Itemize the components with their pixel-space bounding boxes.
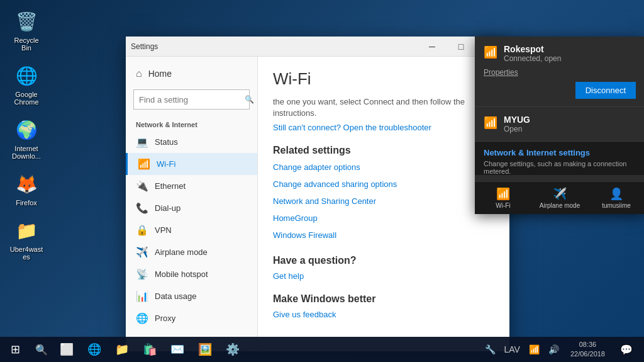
settings-window-title: Settings — [131, 42, 418, 51]
notification-button[interactable]: 💬 — [614, 337, 639, 362]
sharing-center-link[interactable]: Network and Sharing Center — [273, 196, 494, 206]
tray-language-icon[interactable]: LAV — [502, 343, 523, 356]
tray-clock[interactable]: 08:36 22/06/2018 — [565, 340, 610, 359]
homegroup-link[interactable]: HomeGroup — [273, 213, 494, 223]
page-title: Wi-Fi — [273, 69, 494, 89]
sidebar-item-hotspot[interactable]: 📡 Mobile hotspot — [126, 263, 257, 285]
photos-button[interactable]: 🖼️ — [191, 337, 219, 362]
settings-window: Settings ─ □ ✕ ⌂ Home 🔍 Network & Intern… — [126, 37, 509, 351]
recycle-bin-image: 🗑️ — [14, 9, 39, 34]
uber4wastes-icon-item[interactable]: 📁 Uber4wastes — [6, 215, 47, 263]
give-feedback-link[interactable]: Give us feedback — [273, 310, 494, 319]
tray-time: 08:36 — [579, 340, 597, 349]
mail-button[interactable]: ✉️ — [164, 337, 191, 362]
adapter-options-link[interactable]: Change adapter options — [273, 162, 494, 172]
wifi-nav-icon: 📶 — [138, 158, 150, 170]
chrome-icon-item[interactable]: 🌐 Google Chrome — [6, 60, 47, 108]
get-help-link[interactable]: Get help — [273, 271, 494, 281]
maximize-button[interactable]: □ — [447, 37, 475, 57]
recycle-bin-label: Recycle Bin — [9, 37, 44, 52]
tray-date: 22/06/2018 — [570, 349, 605, 359]
chrome-image: 🌐 — [14, 63, 39, 88]
sidebar-item-proxy[interactable]: 🌐 Proxy — [126, 307, 257, 329]
settings-main: Wi-Fi the one you want, select Connect a… — [258, 57, 509, 351]
edge-button[interactable]: 🌐 — [80, 337, 108, 362]
search-icon: 🔍 — [245, 95, 254, 104]
search-input[interactable] — [139, 95, 245, 105]
settings-sidebar: ⌂ Home 🔍 Network & Internet 💻 Status 📶 W… — [126, 57, 258, 351]
ethernet-icon: 🔌 — [136, 180, 148, 192]
tray-wifi-icon[interactable]: 📶 — [526, 343, 542, 356]
tray-tools-icon[interactable]: 🔧 — [482, 343, 498, 356]
desktop: 🗑️ Recycle Bin 🌐 Google Chrome 🌍 Interne… — [0, 0, 644, 362]
start-button[interactable]: ⊞ — [0, 337, 30, 362]
minimize-button[interactable]: ─ — [418, 37, 447, 57]
airplane-toggle-button[interactable]: ✈️ Airplane mode — [531, 182, 588, 214]
main-subtitle: the one you want, select Connect and the… — [273, 96, 494, 119]
search-box[interactable]: 🔍 — [133, 89, 250, 110]
wifi-footer-desc: Change settings, such as making a connec… — [484, 160, 636, 175]
wifi-footer: Network & Internet settings Change setti… — [475, 142, 644, 175]
task-view-button[interactable]: ⬜ — [53, 337, 80, 362]
wifi-action-bar: 📶 Wi-Fi ✈️ Airplane mode 👤 tumusiime — [475, 181, 644, 214]
make-windows-better-heading: Make Windows better — [273, 293, 494, 305]
advanced-sharing-link[interactable]: Change advanced sharing options — [273, 179, 494, 189]
firewall-link[interactable]: Windows Firewall — [273, 230, 494, 240]
store-button[interactable]: 🛍️ — [136, 337, 164, 362]
hotspot-label: Mobile hotspot — [155, 269, 208, 279]
settings-taskbar-button[interactable]: ⚙️ — [219, 337, 247, 362]
wifi-toggle-button[interactable]: 📶 Wi-Fi — [475, 182, 531, 214]
home-icon: ⌂ — [136, 68, 142, 79]
sidebar-item-ethernet[interactable]: 🔌 Ethernet — [126, 175, 257, 197]
myug-name: MYUG — [504, 115, 636, 125]
ie-image: 🌍 — [14, 117, 39, 142]
related-links-container: Change adapter options Change advanced s… — [273, 162, 494, 242]
disconnect-button[interactable]: Disconnect — [575, 82, 636, 99]
network-internet-settings-link[interactable]: Network & Internet settings — [484, 148, 636, 157]
dialup-label: Dial-up — [155, 203, 180, 213]
taskbar-search-button[interactable]: 🔍 — [30, 337, 53, 362]
wifi-nav-label: Wi-Fi — [157, 159, 175, 169]
proxy-icon: 🌐 — [136, 312, 148, 324]
data-icon: 📊 — [136, 290, 148, 302]
rokespot-info: Rokespot Connected, open — [504, 44, 636, 63]
firefox-label: Firefox — [16, 199, 37, 206]
firefox-icon-item[interactable]: 🦊 Firefox — [6, 169, 47, 209]
wifi-network-myug[interactable]: 📶 MYUG Open — [475, 107, 644, 142]
sidebar-item-data[interactable]: 📊 Data usage — [126, 285, 257, 307]
sidebar-item-wifi[interactable]: 📶 Wi-Fi — [126, 153, 257, 175]
rokespot-properties-link[interactable]: Properties — [484, 68, 636, 77]
sidebar-home-item[interactable]: ⌂ Home — [126, 63, 257, 84]
wifi-toggle-icon: 📶 — [496, 187, 510, 201]
airplane-toggle-icon: ✈️ — [553, 187, 567, 201]
dialup-icon: 📞 — [136, 202, 148, 214]
sidebar-item-status[interactable]: 💻 Status — [126, 131, 257, 153]
firefox-image: 🦊 — [14, 171, 39, 196]
related-settings-heading: Related settings — [273, 145, 494, 156]
airplane-toggle-label: Airplane mode — [540, 202, 580, 209]
file-explorer-button[interactable]: 📁 — [108, 337, 136, 362]
sidebar-item-vpn[interactable]: 🔒 VPN — [126, 219, 257, 241]
settings-body: ⌂ Home 🔍 Network & Internet 💻 Status 📶 W… — [126, 57, 509, 351]
chrome-label: Google Chrome — [9, 91, 44, 106]
myug-signal-icon: 📶 — [484, 116, 497, 130]
airplane-label: Airplane mode — [155, 247, 208, 257]
internet-download-icon-item[interactable]: 🌍 Internet Downlo... — [6, 115, 47, 162]
uber4wastes-image: 📁 — [14, 218, 39, 243]
recycle-bin-icon[interactable]: 🗑️ Recycle Bin — [6, 6, 47, 54]
ie-label: Internet Downlo... — [9, 145, 44, 160]
settings-titlebar: Settings ─ □ ✕ — [126, 37, 509, 57]
sidebar-item-dialup[interactable]: 📞 Dial-up — [126, 197, 257, 219]
user-button[interactable]: 👤 tumusiime — [588, 182, 644, 214]
data-label: Data usage — [155, 291, 197, 301]
have-a-question-heading: Have a question? — [273, 255, 494, 266]
sidebar-item-airplane[interactable]: ✈️ Airplane mode — [126, 241, 257, 263]
proxy-label: Proxy — [155, 314, 175, 323]
troubleshoot-link[interactable]: Still can't connect? Open the troublesho… — [273, 123, 494, 132]
desktop-icons-container: 🗑️ Recycle Bin 🌐 Google Chrome 🌍 Interne… — [6, 6, 47, 263]
home-label: Home — [148, 69, 172, 79]
tray-volume-icon[interactable]: 🔊 — [546, 343, 562, 356]
vpn-label: VPN — [155, 225, 172, 235]
rokespot-status: Connected, open — [504, 54, 636, 63]
vpn-icon: 🔒 — [136, 224, 148, 236]
